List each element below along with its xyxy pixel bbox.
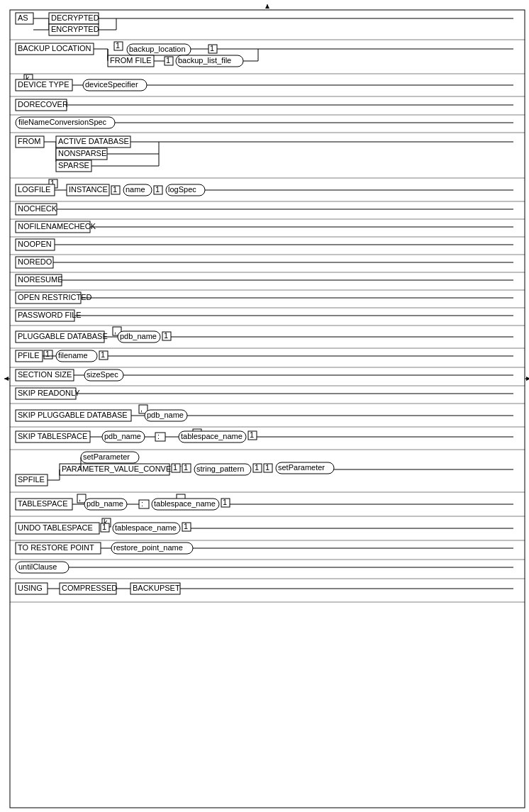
svg-text:1: 1 (113, 185, 117, 194)
svg-text:1: 1 (166, 56, 170, 65)
from-label: FROM (18, 137, 40, 145)
nofilenamecheck-label: NOFILENAMECHECK (18, 222, 96, 230)
set-param-label2: setParameter (278, 463, 325, 472)
dorecover-label: DORECOVER (18, 100, 68, 109)
undo-tablespace-label: UNDO TABLESPACE (18, 523, 93, 532)
svg-rect-2 (10, 10, 525, 808)
sparse-label: SPARSE (58, 161, 89, 169)
section-size-label: SECTION SIZE (18, 370, 72, 379)
encrypted-label: ENCRYPTED (51, 25, 99, 33)
logfile-label: LOGFILE (18, 185, 50, 194)
undo-ts-name: tablespace_name (115, 523, 177, 532)
active-db-label: ACTIVE DATABASE (58, 137, 129, 145)
to-restore-point-label: TO RESTORE POINT (18, 543, 94, 552)
svg-text:1: 1 (223, 498, 227, 506)
svg-text:1: 1 (184, 522, 188, 530)
pdb-name-label: pdb_name (120, 332, 157, 340)
spfile-label: SPFILE (18, 475, 45, 484)
svg-text:1: 1 (116, 41, 120, 50)
svg-text:1: 1 (250, 430, 254, 439)
svg-text::: : (157, 432, 160, 440)
noresume-label: NORESUME (18, 275, 63, 284)
filename-label: filename (58, 351, 88, 360)
using-label: USING (18, 584, 43, 592)
svg-text:,: , (79, 494, 81, 502)
svg-text::: : (141, 499, 143, 508)
svg-text:1: 1 (45, 350, 50, 358)
svg-text:1: 1 (102, 523, 106, 531)
name-label: name (126, 185, 145, 194)
logspec-label: logSpec (168, 185, 196, 194)
backup-location-rounded: backup_location (129, 45, 186, 53)
tablespace-label: TABLESPACE (18, 499, 68, 508)
set-param-label1: setParameter (83, 452, 130, 461)
string-pattern-label: string_pattern (196, 465, 244, 473)
svg-text:1: 1 (155, 185, 160, 194)
password-file-label: PASSWORD FILE (18, 311, 82, 319)
svg-marker-6 (526, 377, 529, 381)
svg-marker-4 (4, 377, 9, 381)
as-label: AS (18, 13, 28, 22)
skip-tablespace-label: SKIP TABLESPACE (18, 432, 87, 440)
skip-pdb-name-label: pdb_name (147, 411, 184, 419)
skip-readonly-label: SKIP READONLY (18, 389, 80, 397)
ts-name: tablespace_name (154, 499, 216, 508)
svg-text:1: 1 (210, 44, 214, 52)
until-clause-label: untilClause (18, 562, 57, 571)
nonsparse-label: NONSPARSE (58, 149, 106, 157)
svg-marker-1 (265, 4, 269, 9)
skip-ts-pdb-name: pdb_name (104, 432, 141, 440)
svg-text:,: , (140, 404, 143, 413)
ts-pdb-name: pdb_name (87, 499, 123, 508)
param-val-conv-label: PARAMETER_VALUE_CONVERT (62, 465, 182, 473)
noredo-label: NOREDO (18, 257, 52, 266)
noopen-label: NOOPEN (18, 240, 52, 248)
instance-label: INSTANCE (69, 185, 108, 194)
device-type-label: DEVICE TYPE (18, 80, 69, 89)
device-specifier: deviceSpecifier (85, 80, 138, 89)
pluggable-db-label: PLUGGABLE DATABASE (18, 332, 108, 340)
svg-text:1: 1 (184, 463, 188, 472)
nocheck-label: NOCHECK (18, 204, 57, 213)
skip-pluggable-label: SKIP PLUGGABLE DATABASE (18, 411, 128, 419)
open-restricted-label: OPEN RESTRICTED (18, 293, 92, 301)
filename-conv-label: fileNameConversionSpec (18, 118, 107, 126)
skip-ts-name: tablespace_name (181, 432, 243, 440)
svg-text:1: 1 (265, 463, 269, 472)
from-file-label: FROM FILE (110, 56, 152, 65)
compressed-label: COMPRESSED (62, 584, 117, 592)
svg-text:1: 1 (164, 331, 168, 340)
decrypted-label: DECRYPTED (51, 13, 99, 22)
backup-location-label: BACKUP LOCATION (18, 44, 91, 52)
diagram-container: AS DECRYPTED ENCRYPTED BACKUP LOCATION (0, 0, 529, 812)
svg-text:,: , (114, 326, 116, 335)
svg-text:1: 1 (255, 463, 259, 472)
pfile-label: PFILE (18, 351, 40, 360)
svg-text:1: 1 (173, 463, 177, 472)
railroad-diagram: AS DECRYPTED ENCRYPTED BACKUP LOCATION (3, 3, 529, 812)
restore-point-name-label: restore_point_name (113, 543, 183, 552)
svg-text:1: 1 (101, 350, 105, 359)
size-spec-label: sizeSpec (87, 370, 118, 379)
backup-list-file: backup_list_file (178, 56, 231, 65)
backupset-label: BACKUPSET (133, 584, 180, 592)
